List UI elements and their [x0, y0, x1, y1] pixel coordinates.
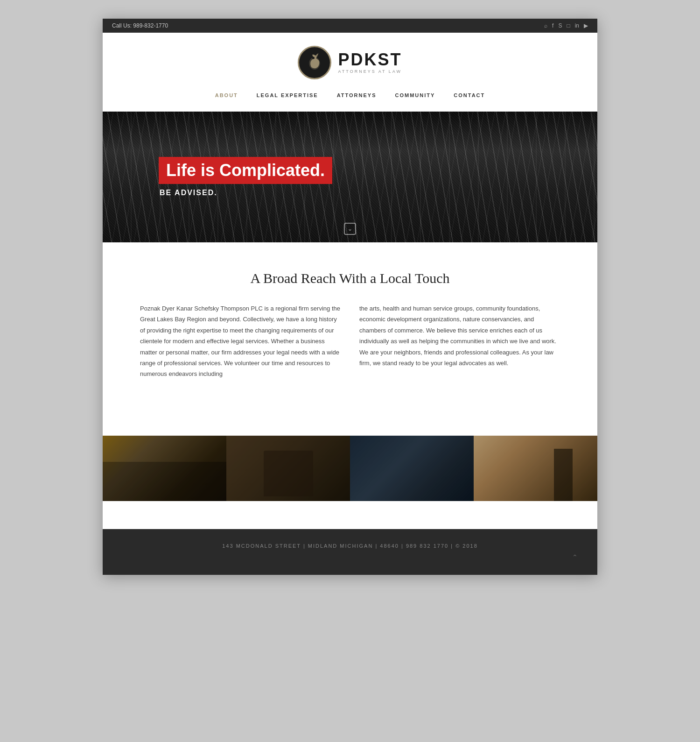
instagram-icon[interactable]: □	[567, 22, 570, 29]
logo-title: PDKST	[338, 51, 402, 68]
svg-point-1	[312, 57, 315, 59]
site-header: PDKST ATTORNEYS AT LAW ABOUT LEGAL EXPER…	[103, 33, 597, 112]
photo-gallery	[103, 436, 597, 501]
footer-spacer	[103, 501, 597, 529]
content-heading: A Broad Reach With a Local Touch	[140, 270, 560, 286]
facebook-icon[interactable]: f	[552, 22, 553, 29]
section-spacer	[103, 408, 597, 436]
nav-community[interactable]: COMMUNITY	[395, 92, 435, 98]
nav-about[interactable]: ABOUT	[215, 92, 238, 98]
nav-contact[interactable]: CONTACT	[454, 92, 485, 98]
photo-3-overlay	[350, 436, 474, 501]
hero-banner: Life is Complicated. BE ADVISED. ⌄	[103, 112, 597, 242]
logo-circle	[298, 46, 331, 79]
content-columns: Poznak Dyer Kanar Schefsky Thompson PLC …	[140, 303, 560, 380]
browser-window: Call Us: 989-832-1770 ⌕ f S □ in ▶	[103, 19, 597, 575]
nav-attorneys[interactable]: ATTORNEYS	[337, 92, 377, 98]
photo-2-overlay	[226, 436, 350, 501]
hero-subline: BE ADVISED.	[159, 189, 332, 197]
content-col-1: Poznak Dyer Kanar Schefsky Thompson PLC …	[140, 303, 341, 380]
top-bar: Call Us: 989-832-1770 ⌕ f S □ in ▶	[103, 19, 597, 33]
main-nav: ABOUT LEGAL EXPERTISE ATTORNEYS COMMUNIT…	[112, 87, 588, 103]
hero-content: Life is Complicated. BE ADVISED.	[103, 157, 332, 197]
twitter-icon[interactable]: S	[558, 22, 562, 29]
nav-legal-expertise[interactable]: LEGAL EXPERTISE	[257, 92, 318, 98]
site-footer: 143 MCDONALD STREET | MIDLAND MICHIGAN |…	[103, 529, 597, 575]
search-icon[interactable]: ⌕	[544, 22, 547, 29]
photo-4-overlay	[474, 436, 597, 501]
photo-4	[474, 436, 597, 501]
content-section: A Broad Reach With a Local Touch Poznak …	[103, 242, 597, 408]
scroll-indicator[interactable]: ⌄	[344, 223, 356, 235]
photo-1-overlay	[103, 436, 226, 501]
logo-area: PDKST ATTORNEYS AT LAW	[112, 46, 588, 79]
youtube-icon[interactable]: ▶	[584, 22, 588, 29]
logo-subtitle: ATTORNEYS AT LAW	[338, 69, 402, 74]
hero-headline: Life is Complicated.	[159, 157, 332, 184]
social-icons: ⌕ f S □ in ▶	[544, 22, 588, 29]
scroll-to-top[interactable]: ⌃	[112, 553, 588, 561]
logo-icon	[303, 51, 326, 74]
footer-address: 143 MCDONALD STREET | MIDLAND MICHIGAN |…	[112, 543, 588, 549]
content-col-2: the arts, health and human service group…	[359, 303, 560, 380]
phone-label: Call Us: 989-832-1770	[112, 22, 168, 29]
logo-text-area: PDKST ATTORNEYS AT LAW	[338, 51, 402, 74]
linkedin-icon[interactable]: in	[575, 22, 579, 29]
photo-1	[103, 436, 226, 501]
photo-3	[350, 436, 474, 501]
photo-2	[226, 436, 350, 501]
